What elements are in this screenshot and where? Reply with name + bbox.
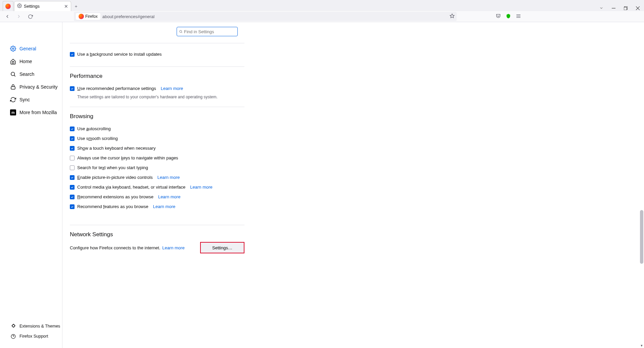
gear-icon — [17, 3, 22, 9]
bg-service-label: Use a background service to install upda… — [77, 52, 162, 57]
sidebar-item-more-mozilla[interactable]: m More from Mozilla — [10, 106, 62, 119]
mozilla-icon: m — [10, 109, 16, 115]
svg-marker-5 — [450, 14, 454, 18]
back-button[interactable] — [3, 12, 12, 21]
puzzle-icon — [10, 323, 16, 329]
new-tab-button[interactable]: ＋ — [71, 2, 81, 11]
shield-icon[interactable] — [506, 13, 511, 20]
browsing-label: Show a touch keyboard when necessary — [77, 146, 155, 151]
checkbox-browsing-5[interactable] — [70, 175, 75, 180]
sidebar-footer-support[interactable]: Firefox Support — [10, 331, 62, 341]
checkbox-browsing-3[interactable] — [70, 156, 75, 160]
lock-icon — [10, 84, 16, 90]
svg-point-10 — [11, 72, 15, 76]
browsing-label: Use smooth scrolling — [77, 136, 118, 141]
close-tab-icon[interactable]: ✕ — [64, 4, 68, 9]
list-tabs-icon[interactable] — [598, 5, 604, 11]
performance-title: Performance — [70, 73, 244, 80]
checkbox-browsing-6[interactable] — [70, 185, 75, 190]
settings-search-field[interactable] — [184, 29, 235, 34]
svg-rect-2 — [624, 7, 627, 10]
recommended-perf-label: Use recommended performance settings — [77, 86, 156, 91]
url-bar[interactable]: Firefox about:preferences#general — [74, 12, 457, 21]
checkbox-browsing-2[interactable] — [70, 146, 75, 151]
perf-hint: These settings are tailored to your comp… — [77, 95, 244, 99]
learn-more-link[interactable]: Learn more — [158, 194, 180, 199]
sidebar-footer-label: Extensions & Themes — [19, 324, 60, 329]
sidebar-item-home[interactable]: Home — [10, 55, 62, 68]
sidebar-item-label: Search — [19, 71, 34, 77]
gear-icon — [10, 46, 16, 52]
sync-icon — [10, 97, 16, 103]
tab-bar: Settings ✕ ＋ — [0, 0, 644, 11]
browsing-row: Enable picture-in-picture video controls… — [70, 172, 244, 182]
url-firefox-label-text: Firefox — [85, 14, 98, 19]
browsing-title: Browsing — [70, 113, 244, 120]
checkbox-browsing-7[interactable] — [70, 195, 75, 199]
learn-more-link[interactable]: Learn more — [190, 185, 212, 190]
app-menu-icon[interactable] — [516, 13, 521, 20]
browsing-row: Recommend features as you browseLearn mo… — [70, 202, 244, 211]
svg-point-0 — [19, 5, 20, 6]
learn-more-link[interactable]: Learn more — [162, 245, 184, 250]
svg-line-11 — [14, 75, 15, 76]
learn-more-link[interactable]: Learn more — [157, 175, 180, 180]
browsing-row: Recommend extensions as you browseLearn … — [70, 192, 244, 202]
settings-search-input[interactable] — [177, 27, 238, 36]
learn-more-link[interactable]: Learn more — [153, 204, 175, 209]
browsing-label: Recommend features as you browse — [77, 204, 148, 209]
browsing-row: Use autoscrolling — [70, 124, 244, 134]
sidebar-item-label: Home — [19, 59, 32, 64]
checkbox-browsing-0[interactable] — [70, 127, 75, 131]
sidebar-item-sync[interactable]: Sync — [10, 93, 62, 106]
checkbox-browsing-4[interactable] — [70, 165, 75, 170]
browsing-label: Control media via keyboard, headset, or … — [77, 185, 185, 190]
content-area: General Home Search Privacy & Security S… — [0, 22, 644, 348]
active-tab[interactable]: Settings ✕ — [14, 1, 71, 11]
browsing-label: Use autoscrolling — [77, 126, 111, 131]
svg-point-15 — [180, 30, 182, 32]
sidebar-item-label: Privacy & Security — [19, 84, 58, 90]
scroll-down-icon[interactable]: ▼ — [640, 343, 643, 348]
checkbox-bg-service[interactable] — [70, 52, 75, 57]
sidebar-item-privacy[interactable]: Privacy & Security — [10, 81, 62, 93]
learn-more-link[interactable]: Learn more — [161, 86, 183, 91]
network-settings-button[interactable]: Settings… — [200, 242, 244, 253]
sidebar-footer-extensions[interactable]: Extensions & Themes — [10, 321, 62, 331]
toolbar: Firefox about:preferences#general — [0, 11, 644, 22]
close-window-icon[interactable] — [635, 5, 641, 11]
search-icon — [10, 71, 16, 77]
maximize-icon[interactable] — [623, 5, 629, 11]
browsing-row: Show a touch keyboard when necessary — [70, 143, 244, 153]
sidebar: General Home Search Privacy & Security S… — [0, 22, 62, 348]
browsing-row: Use smooth scrolling — [70, 134, 244, 143]
scrollbar[interactable]: ▲ ▼ — [639, 22, 644, 348]
sidebar-item-label: Sync — [19, 97, 30, 102]
network-title: Network Settings — [70, 231, 244, 238]
checkbox-browsing-1[interactable] — [70, 136, 75, 141]
pocket-icon[interactable] — [496, 13, 501, 20]
tab-title: Settings — [24, 4, 40, 9]
url-identity-firefox: Firefox — [76, 13, 100, 20]
home-icon — [10, 58, 16, 64]
search-icon — [179, 30, 183, 34]
network-desc: Configure how Firefox connects to the in… — [70, 245, 185, 250]
forward-button[interactable] — [14, 12, 24, 21]
sidebar-item-label: General — [19, 46, 36, 51]
browsing-label: Enable picture-in-picture video controls — [77, 175, 153, 180]
reload-button[interactable] — [26, 12, 35, 21]
svg-point-9 — [12, 48, 14, 50]
bookmark-star-icon[interactable] — [450, 13, 455, 19]
sidebar-item-search[interactable]: Search — [10, 68, 62, 81]
checkbox-recommended-perf[interactable] — [70, 86, 75, 91]
help-icon — [10, 333, 16, 339]
checkbox-browsing-8[interactable] — [70, 204, 75, 209]
bg-service-row: Use a background service to install upda… — [70, 49, 244, 59]
minimize-icon[interactable] — [610, 5, 616, 11]
browsing-label: Always use the cursor keys to navigate w… — [77, 155, 178, 160]
svg-rect-12 — [11, 87, 15, 89]
sidebar-item-general[interactable]: General — [10, 42, 62, 55]
pinned-tab[interactable] — [3, 1, 13, 11]
scroll-thumb[interactable] — [640, 210, 643, 264]
browsing-row: Always use the cursor keys to navigate w… — [70, 153, 244, 163]
